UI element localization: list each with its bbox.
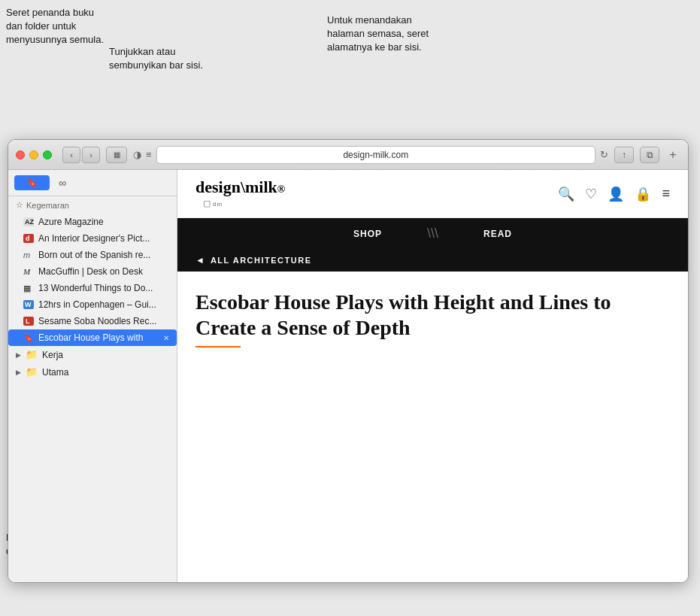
add-tab-button[interactable]: +: [665, 147, 680, 162]
sidebar: 🔖 ∞ ☆ Kegemaran AZ Azure Magazine d An I…: [8, 170, 177, 582]
main-content: design\milk® ▢dm 🔍 ♡ 👤 🔒 ≡ SHOP \\\: [177, 170, 688, 582]
category-bar: ◄ ALL ARCHITECTURE: [177, 249, 688, 272]
sidebar-item-sesame[interactable]: L Sesame Soba Noodles Rec...: [8, 313, 177, 329]
user-icon[interactable]: 👤: [608, 186, 624, 202]
title-bar: ‹ › ▦ ◑ ≡ design-milk.com ↻ ↑ ⧉ +: [8, 140, 688, 170]
bookmarks-tab[interactable]: 🔖: [14, 175, 50, 190]
shield-icon: ◑: [133, 149, 141, 160]
forward-button[interactable]: ›: [82, 147, 100, 163]
sidebar-tabs: 🔖 ∞: [8, 170, 177, 196]
minimize-button[interactable]: [29, 150, 38, 159]
browser-content: 🔖 ∞ ☆ Kegemaran AZ Azure Magazine d An I…: [8, 170, 688, 582]
share-button[interactable]: ↑: [614, 147, 634, 163]
header-icons: 🔍 ♡ 👤 🔒 ≡: [558, 186, 670, 202]
category-label: ALL ARCHITECTURE: [211, 256, 312, 265]
address-bar[interactable]: design-milk.com: [156, 146, 595, 164]
sidebar-item-interior[interactable]: d An Interior Designer's Pict...: [8, 230, 177, 247]
sidebar-toggle-button[interactable]: ▦: [106, 147, 127, 163]
sidebar-item-13wonderful[interactable]: ▦ 13 Wonderful Things to Do...: [8, 280, 177, 296]
refresh-button[interactable]: ↻: [600, 149, 608, 160]
sidebar-item-born[interactable]: m Born out of the Spanish re...: [8, 247, 177, 263]
annotation-top-left: Seret penanda buku dan folder untuk meny…: [6, 6, 104, 47]
address-bar-container: ◑ ≡ design-milk.com ↻: [133, 146, 608, 164]
search-icon[interactable]: 🔍: [558, 186, 574, 202]
reader-icon[interactable]: ≡: [146, 149, 152, 160]
article-accent-line: [195, 346, 241, 347]
menu-icon[interactable]: ≡: [662, 186, 670, 202]
nav-bar: SHOP \\\ READ: [177, 218, 688, 249]
annotation-top-right: Untuk menandakan halaman semasa, seret a…: [327, 14, 429, 55]
nav-shop[interactable]: SHOP: [353, 229, 382, 239]
back-button[interactable]: ‹: [62, 147, 80, 163]
article-title: Escobar House Plays with Height and Line…: [177, 272, 688, 346]
remove-bookmark-icon[interactable]: ✕: [163, 334, 169, 342]
annotation-top-middle: Tunjukkan atau sembunyikan bar sisi.: [109, 45, 203, 72]
article-section: ◄ ALL ARCHITECTURE Escobar House Plays w…: [177, 249, 688, 347]
sidebar-item-macguffin[interactable]: M MacGuffin | Desk on Desk: [8, 263, 177, 280]
nav-read[interactable]: READ: [483, 229, 512, 239]
heart-icon[interactable]: ♡: [585, 186, 597, 202]
traffic-lights: [16, 150, 52, 159]
lock-icon[interactable]: 🔒: [635, 186, 651, 202]
folder-utama[interactable]: ▶ 📁 Utama: [8, 363, 177, 381]
toolbar-right: ↑ ⧉ +: [614, 147, 680, 163]
sidebar-item-escobar[interactable]: 🔖 Escobar House Plays with ✕: [8, 329, 177, 346]
folder-kerja[interactable]: ▶ 📁 Kerja: [8, 346, 177, 363]
nav-buttons: ‹ ›: [62, 147, 100, 163]
site-logo: design\milk® ▢dm: [195, 179, 285, 208]
close-button[interactable]: [16, 150, 25, 159]
back-to-category-icon[interactable]: ◄: [195, 255, 205, 266]
maximize-button[interactable]: [43, 150, 52, 159]
browser-window: ‹ › ▦ ◑ ≡ design-milk.com ↻ ↑ ⧉ +: [8, 139, 689, 583]
sidebar-item-12hrs[interactable]: W 12hrs in Copenhagen – Gui...: [8, 296, 177, 313]
tabs-button[interactable]: ⧉: [640, 147, 659, 163]
sidebar-item-azure[interactable]: AZ Azure Magazine: [8, 214, 177, 230]
site-header: design\milk® ▢dm 🔍 ♡ 👤 🔒 ≡: [177, 170, 688, 218]
reading-list-tab[interactable]: ∞: [53, 174, 72, 191]
favorites-section-header: ☆ Kegemaran: [8, 196, 177, 214]
